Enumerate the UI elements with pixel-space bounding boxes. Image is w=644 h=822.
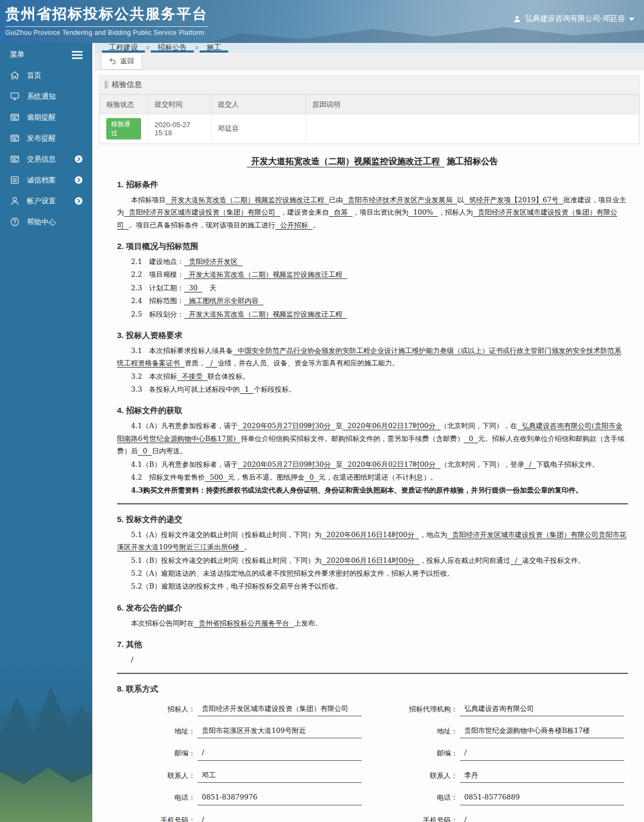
- doc-paragraph: 3.1 本次招标要求投标人须具备中国安全防范产品行业协会颁发的安防工程企业设计施…: [117, 344, 628, 370]
- sidebar-item-label: 系统通知: [27, 92, 56, 101]
- doc-text: 元，售后不退。图纸押金: [228, 473, 305, 481]
- notice-icon: [10, 154, 20, 164]
- contact-value: 弘典建设咨询有限公司: [460, 702, 624, 716]
- field-value: 2020年06月02日17时00分: [343, 460, 441, 469]
- sidebar-item-label: 逾期提醒: [27, 113, 56, 122]
- status-badge: 核验通过: [106, 118, 141, 140]
- doc-text: 本次招标公告同时在: [131, 619, 194, 627]
- field-value: /: [206, 359, 217, 368]
- doc-text: 5.2（B）逾期送达的投标文件，电子招标投标交易平台将予以拒收。: [131, 582, 342, 590]
- sidebar-nav: 首页系统通知逾期提醒发布提醒交易信息诚信档案帐户设置帮助中心: [0, 65, 92, 232]
- verify-column-header: 核验状态: [100, 95, 148, 114]
- chevron-right-circle-icon: [75, 176, 83, 184]
- field-value: 贵阳经济开发区: [184, 258, 243, 266]
- doc-paragraph: 4.2 招标文件每套售价500元，售后不退。图纸押金0元，在退还图纸时退还（不计…: [117, 471, 628, 483]
- document-title-suffix: 施工招标公告: [447, 157, 498, 166]
- doc-paragraph: 4.1（B）凡有意参加投标者，请于2020年05月27日09时30分至2020年…: [117, 458, 628, 471]
- contact-row: 联系人：李丹: [379, 769, 628, 783]
- doc-text: 持单位介绍信购买招标文件。邮购招标文件的，需另加手续费（含邮费）: [240, 435, 464, 443]
- contact-value: 李丹: [460, 769, 624, 783]
- sidebar-item-publish-reminder[interactable]: 发布提醒: [0, 128, 92, 149]
- contact-label: 手机号码：: [379, 814, 460, 822]
- sidebar-item-system-notice[interactable]: 系统通知: [0, 86, 92, 107]
- section-heading: 7. 其他: [117, 637, 628, 651]
- breadcrumb-item[interactable]: 施工: [200, 43, 228, 53]
- sidebar-item-account-settings[interactable]: 帐户设置: [0, 190, 92, 211]
- doc-text: 资质，: [185, 359, 206, 367]
- doc-paragraph: 4.1（A）凡有意参加投标者，请于2020年05月27日09时30分至2020年…: [117, 420, 628, 457]
- doc-paragraph: 3.3 各投标人均可就上述标段中的1个标段投标。: [117, 383, 628, 395]
- sidebar-item-trade-info[interactable]: 交易信息: [0, 149, 92, 170]
- contact-row: 地址：贵阳市花溪区开发大道109号附近: [117, 724, 365, 738]
- doc-text: 3.2 本次招标: [131, 372, 177, 380]
- contact-label: 邮编：: [117, 747, 197, 760]
- sidebar-item-help-center[interactable]: 帮助中心: [0, 211, 92, 232]
- contact-label: 招标代理机构：: [379, 703, 460, 716]
- doc-text: 至: [336, 460, 343, 468]
- doc-text: ，项目出资比例为: [353, 208, 408, 216]
- field-value: 100%: [408, 208, 438, 217]
- doc-text: 下载电子招标文件。: [536, 460, 599, 468]
- contact-value: 贵阳市花溪区开发大道109号附近: [197, 724, 362, 738]
- section-heading: 2. 项目概况与招标范围: [117, 239, 628, 253]
- sidebar-item-label: 交易信息: [27, 155, 56, 164]
- doc-paragraph: 2.3 计划工期：30 天: [117, 282, 628, 294]
- home-icon: [10, 70, 20, 80]
- platform-brand: 贵州省招标投标公共服务平台 GuiZhou Province Tendering…: [5, 4, 208, 36]
- contact-value: /: [197, 746, 362, 760]
- field-value: 贵阳市经济技术开发区产业发展局: [343, 196, 457, 204]
- doc-text: 上发布。: [294, 619, 322, 627]
- contact-label: 邮编：: [379, 747, 460, 760]
- user-icon: [513, 15, 521, 23]
- breadcrumb-separator: >: [194, 43, 200, 53]
- contact-column-right: 招标代理机构：弘典建设咨询有限公司地址：贵阳市世纪金源购物中心商务楼B栋17楼邮…: [379, 702, 628, 822]
- field-value: 筑经开产发项【2019】67号: [464, 196, 564, 204]
- banner-mountain-decoration: [206, 20, 644, 43]
- hamburger-icon[interactable]: [72, 51, 83, 59]
- section-heading: 3. 投标人资格要求: [117, 328, 628, 342]
- breadcrumb-item[interactable]: 工程建设: [102, 43, 145, 53]
- contact-row: 电话：0851-83879976: [117, 791, 365, 805]
- sidebar-item-label: 帐户设置: [27, 196, 56, 206]
- field-value: 2020年05月27日09时30分: [238, 460, 335, 469]
- field-value: 不接受: [177, 372, 208, 381]
- sidebar-item-credit-archive[interactable]: 诚信档案: [0, 170, 92, 190]
- contact-row: 手机号码：/: [379, 813, 628, 822]
- sidebar-menu-header: 菜单: [0, 43, 92, 65]
- contact-label: 联系人：: [379, 769, 460, 783]
- doc-paragraph: 5.2（B）逾期送达的投标文件，电子招标投标交易平台将予以拒收。: [117, 580, 628, 592]
- back-button[interactable]: 返回: [101, 53, 142, 70]
- contact-value: /: [197, 813, 362, 822]
- main-content: 工程建设>招标公告>施工 返回 核验信息 核验状态提交时间提交人原因说明 核验通…: [94, 43, 644, 822]
- doc-text: ，地点为: [419, 531, 447, 539]
- contact-label: 电话：: [117, 791, 197, 805]
- doc-text: （北京时间，下同），在: [441, 422, 517, 430]
- field-value: 1: [240, 385, 254, 394]
- field-value: 公开招标: [275, 221, 313, 230]
- field-value: 2020年06月16日14时00分: [321, 531, 419, 539]
- doc-paragraph: 5.1（A）投标文件递交的截止时间（投标截止时间，下同）为2020年06月16日…: [117, 529, 628, 554]
- doc-text: 4.3购买文件所需资料：持委托授权书或法定代表人身份证明、身份证和营业执照副本、…: [131, 486, 583, 494]
- doc-text: 2.3 计划工期：: [131, 284, 184, 292]
- doc-text: 4.2 招标文件每套售价: [131, 473, 205, 481]
- section-divider: [117, 673, 628, 674]
- contact-row: 招标代理机构：弘典建设咨询有限公司: [379, 702, 628, 716]
- doc-text: 递交电子投标文件。: [522, 556, 585, 564]
- breadcrumb-item[interactable]: 招标公告: [151, 43, 194, 53]
- user-account-menu[interactable]: 弘典建设咨询有限公司-邓廷容: [513, 14, 634, 24]
- platform-title: 贵州省招标投标公共服务平台: [5, 4, 208, 27]
- field-value: 30: [184, 284, 203, 292]
- notice-icon: [10, 133, 20, 143]
- notice-icon: [10, 112, 20, 122]
- doc-text: 业绩，并在人员、设备、资金等方面具有相应的施工能力。: [217, 359, 399, 367]
- verify-column-header: 提交人: [211, 95, 306, 114]
- section-heading: 6. 发布公告的媒介: [117, 600, 628, 615]
- sidebar-item-overdue-reminder[interactable]: 逾期提醒: [0, 107, 92, 128]
- verify-column-header: 提交时间: [148, 95, 211, 114]
- sidebar-item-home[interactable]: 首页: [0, 65, 92, 86]
- breadcrumb-separator: >: [145, 43, 151, 53]
- sidebar-item-label: 首页: [27, 71, 41, 80]
- doc-text: 。: [313, 221, 320, 229]
- doc-text: ，建设资金来自: [280, 208, 329, 216]
- tender-announcement-document: 开发大道拓宽改造（二期）视频监控设施改迁工程 施工招标公告 1. 招标条件本招标…: [94, 144, 644, 822]
